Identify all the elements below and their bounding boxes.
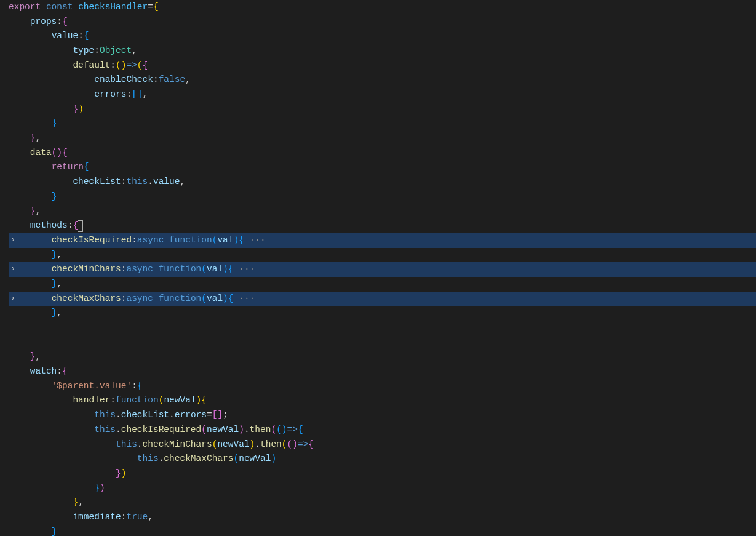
brace: {: [228, 292, 234, 306]
brace: {: [143, 58, 148, 73]
parameter: newVal: [207, 423, 239, 438]
code-line[interactable]: this.checkIsRequired(newVal).then(()=>{: [9, 423, 756, 438]
code-line[interactable]: },: [9, 204, 756, 219]
brace: }: [52, 248, 57, 263]
code-line[interactable]: data(){: [9, 146, 756, 161]
code-line[interactable]: value:{: [9, 29, 756, 44]
brace: }: [30, 350, 36, 364]
brace: }: [30, 204, 36, 219]
code-line[interactable]: }): [9, 481, 756, 496]
code-line[interactable]: this.checkMinChars(newVal).then(()=>{: [9, 438, 756, 452]
code-line-folded[interactable]: › checkMaxChars:async function(val){ ···: [9, 292, 756, 306]
code-line[interactable]: }: [9, 525, 756, 536]
chevron-right-icon: ›: [10, 263, 15, 276]
code-line[interactable]: export const checksHandler={: [9, 0, 756, 15]
property: value: [153, 175, 180, 190]
type: Object: [100, 44, 132, 58]
brace: }: [94, 481, 100, 496]
property: checkList: [121, 408, 169, 423]
function-name: data: [30, 146, 52, 161]
code-line[interactable]: }): [9, 102, 756, 117]
keyword-function: function: [159, 262, 202, 277]
function-name: checkMinChars: [52, 262, 121, 277]
keyword-export: export: [9, 0, 46, 15]
code-line[interactable]: return{: [9, 161, 756, 175]
code-line[interactable]: this.checkMaxChars(newVal): [9, 452, 756, 466]
property: type: [73, 44, 94, 58]
property: methods: [30, 218, 68, 233]
code-line[interactable]: handler:function(newVal){: [9, 394, 756, 409]
brace: {: [62, 364, 68, 379]
property: checkList: [73, 175, 121, 190]
parameter: val: [207, 292, 223, 306]
parameter: val: [217, 233, 233, 248]
keyword-async: async: [126, 262, 158, 277]
fold-toggle[interactable]: ›: [9, 263, 17, 276]
code-line-folded[interactable]: › checkMinChars:async function(val){ ···: [9, 262, 756, 277]
brace: {: [84, 160, 89, 175]
brace: {: [84, 29, 89, 44]
brace: {: [228, 262, 234, 277]
property: props: [30, 15, 57, 30]
property: value: [52, 29, 79, 44]
code-editor[interactable]: export const checksHandler={ props:{ val…: [0, 0, 756, 536]
chevron-right-icon: ›: [10, 234, 15, 247]
brace: {: [62, 146, 68, 161]
code-line[interactable]: enableCheck:false,: [9, 73, 756, 87]
code-line[interactable]: immediate:true,: [9, 510, 756, 525]
brace: }: [52, 116, 57, 131]
keyword-async: async: [126, 292, 158, 306]
code-line[interactable]: '$parent.value':{: [9, 379, 756, 394]
chevron-right-icon: ›: [10, 293, 15, 305]
keyword-this: this: [137, 452, 159, 466]
code-line[interactable]: watch:{: [9, 364, 756, 379]
code-line[interactable]: methods:{: [9, 218, 756, 233]
code-line[interactable]: },: [9, 495, 756, 510]
property: enableCheck: [94, 73, 153, 87]
keyword-this: this: [94, 423, 116, 438]
keyword-async: async: [137, 233, 169, 248]
parameter: newVal: [239, 452, 271, 466]
keyword-function: function: [159, 292, 202, 306]
boolean: true: [126, 510, 148, 525]
brace: }: [73, 102, 78, 117]
code-line[interactable]: }: [9, 117, 756, 132]
brace: }: [30, 131, 36, 146]
brace: {: [201, 393, 207, 408]
function-name: checkIsRequired: [121, 423, 202, 438]
code-line[interactable]: [9, 321, 756, 335]
code-line[interactable]: default:()=>({: [9, 58, 756, 73]
code-line[interactable]: }: [9, 190, 756, 204]
string: '$parent.value': [52, 379, 132, 394]
code-line[interactable]: }): [9, 466, 756, 481]
keyword-this: this: [94, 408, 116, 423]
brace: }: [52, 190, 57, 204]
code-line[interactable]: },: [9, 277, 756, 292]
folded-indicator[interactable]: ···: [244, 233, 266, 248]
code-line[interactable]: },: [9, 248, 756, 263]
property: immediate: [73, 510, 121, 525]
identifier: checksHandler: [78, 0, 148, 15]
property: errors: [175, 408, 207, 423]
parameter: newVal: [217, 438, 249, 452]
fold-toggle[interactable]: ›: [9, 293, 17, 305]
keyword-return: return: [52, 160, 84, 175]
brace: {: [137, 379, 143, 394]
code-line[interactable]: type:Object,: [9, 44, 756, 58]
code-line[interactable]: props:{: [9, 15, 756, 30]
code-line[interactable]: checkList:this.value,: [9, 175, 756, 190]
function-name: checkIsRequired: [52, 233, 132, 248]
brace: {: [239, 233, 244, 248]
parameter: newVal: [164, 393, 196, 408]
code-line[interactable]: [9, 335, 756, 350]
brace: }: [52, 277, 57, 292]
code-line[interactable]: },: [9, 131, 756, 146]
code-line[interactable]: this.checkList.errors=[];: [9, 408, 756, 423]
code-line[interactable]: },: [9, 306, 756, 321]
code-line[interactable]: },: [9, 350, 756, 365]
folded-indicator[interactable]: ···: [234, 292, 255, 306]
fold-toggle[interactable]: ›: [9, 234, 17, 247]
code-line-folded[interactable]: › checkIsRequired:async function(val){ ·…: [9, 233, 756, 248]
code-line[interactable]: errors:[],: [9, 87, 756, 102]
folded-indicator[interactable]: ···: [234, 262, 255, 277]
